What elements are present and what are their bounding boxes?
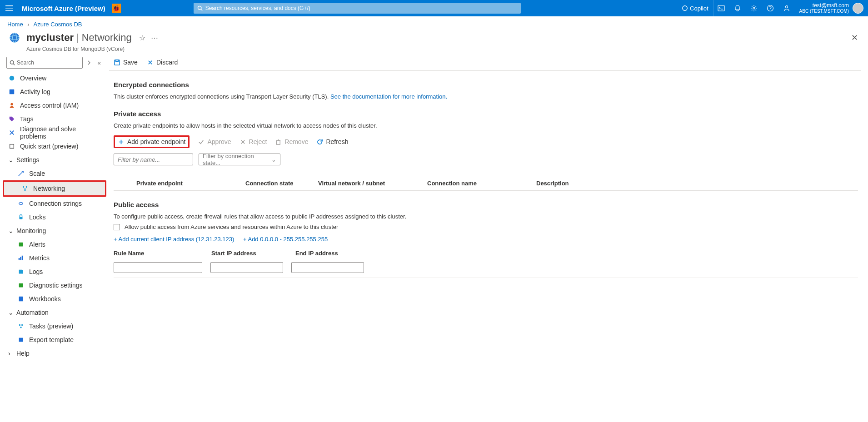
svg-point-13 xyxy=(10,61,14,65)
nav-group-label: Settings xyxy=(16,156,40,164)
filter-by-name-input[interactable]: Filter by name... xyxy=(114,154,193,165)
notifications-icon[interactable] xyxy=(729,0,746,16)
reject-button: Reject xyxy=(239,138,267,145)
nav-logs[interactable]: Logs xyxy=(0,265,109,278)
svg-rect-28 xyxy=(19,297,23,302)
export-icon xyxy=(17,336,25,343)
workbooks-icon xyxy=(17,295,25,303)
add-private-endpoint-button[interactable]: Add private endpoint xyxy=(115,137,188,147)
rule-name-input[interactable] xyxy=(114,262,202,273)
nav-label: Quick start (preview) xyxy=(20,143,78,150)
start-ip-input[interactable] xyxy=(210,262,283,273)
favorite-icon[interactable]: ☆ xyxy=(139,34,145,42)
svg-point-10 xyxy=(10,33,20,43)
account-text: test@msft.com ABC (TEST.MSFT.COM) xyxy=(799,3,849,14)
end-ip-input[interactable] xyxy=(291,262,364,273)
nav-group-monitoring[interactable]: ⌄Monitoring xyxy=(0,224,109,238)
nav-label: Alerts xyxy=(29,241,45,248)
global-search[interactable]: Search resources, services, and docs (G+… xyxy=(194,3,521,14)
svg-point-7 xyxy=(753,7,755,9)
brand-label[interactable]: Microsoft Azure (Preview) xyxy=(22,5,105,12)
nav-metrics[interactable]: Metrics xyxy=(0,251,109,265)
nav-alerts[interactable]: Alerts xyxy=(0,238,109,251)
nav-locks[interactable]: Locks xyxy=(0,210,109,224)
svg-point-17 xyxy=(10,103,13,105)
add-client-ip-link[interactable]: + Add current client IP address (12.31.2… xyxy=(114,236,234,243)
help-icon[interactable] xyxy=(762,0,778,16)
iam-icon xyxy=(8,102,15,109)
encrypted-text-content: This cluster enforces encrypted connecti… xyxy=(114,93,330,100)
menu-icon[interactable] xyxy=(0,0,18,16)
nav-activity-log[interactable]: Activity log xyxy=(0,85,109,99)
remove-button: Remove xyxy=(275,138,308,145)
svg-rect-33 xyxy=(115,60,120,65)
nav-label: Export template xyxy=(29,336,74,343)
svg-rect-25 xyxy=(20,257,21,260)
col-rule-name: Rule Name xyxy=(114,250,211,257)
allow-azure-services-checkbox[interactable]: Allow public access from Azure services … xyxy=(114,223,858,230)
nav-export-template[interactable]: Export template xyxy=(0,333,109,347)
nav-workbooks[interactable]: Workbooks xyxy=(0,292,109,306)
settings-icon[interactable] xyxy=(746,0,762,16)
feedback-icon[interactable] xyxy=(778,0,795,16)
private-heading: Private access xyxy=(114,110,858,118)
nav-tags[interactable]: Tags xyxy=(0,112,109,126)
nav-group-automation[interactable]: ⌄Automation xyxy=(0,306,109,319)
nav-label: Tasks (preview) xyxy=(29,323,73,330)
nav-diagnostic-settings[interactable]: Diagnostic settings xyxy=(0,278,109,292)
metrics-icon xyxy=(17,254,25,262)
refresh-label: Refresh xyxy=(326,138,348,145)
collapse-sidebar-icon[interactable]: « xyxy=(95,59,103,66)
nav-access-control[interactable]: Access control (IAM) xyxy=(0,99,109,112)
filter-by-state-select[interactable]: Filter by connection state... ⌄ xyxy=(199,154,280,165)
cloud-shell-icon[interactable] xyxy=(713,0,729,16)
filter-state-label: Filter by connection state... xyxy=(203,153,271,166)
close-icon[interactable]: ✕ xyxy=(851,33,858,43)
nav-networking[interactable]: Networking xyxy=(4,182,105,195)
discard-button[interactable]: Discard xyxy=(147,59,178,66)
svg-rect-1 xyxy=(5,8,13,9)
svg-point-30 xyxy=(21,324,23,326)
nav-overview[interactable]: Overview xyxy=(0,71,109,85)
copilot-button[interactable]: Copilot xyxy=(677,5,713,12)
account-menu[interactable]: test@msft.com ABC (TEST.MSFT.COM) xyxy=(795,3,868,14)
tasks-icon xyxy=(17,323,25,330)
nav-scale[interactable]: Scale xyxy=(0,167,109,180)
save-button[interactable]: Save xyxy=(114,59,138,66)
more-icon[interactable]: ⋯ xyxy=(151,34,158,42)
expand-collapse-icon[interactable] xyxy=(85,59,93,66)
nav-connection-strings[interactable]: Connection strings xyxy=(0,197,109,210)
svg-point-31 xyxy=(20,327,22,328)
title-separator: | xyxy=(76,32,79,44)
svg-point-5 xyxy=(683,6,688,11)
chevron-down-icon: ⌄ xyxy=(8,156,14,164)
sidebar-search[interactable]: Search xyxy=(6,57,83,69)
nav-quick-start[interactable]: Quick start (preview) xyxy=(0,139,109,153)
nav-tasks[interactable]: Tasks (preview) xyxy=(0,319,109,333)
add-full-range-link[interactable]: + Add 0.0.0.0 - 255.255.255.255 xyxy=(243,236,328,243)
reject-label: Reject xyxy=(249,138,267,145)
pe-table-header: Private endpoint Connection state Virtua… xyxy=(114,176,858,191)
svg-point-15 xyxy=(10,76,15,81)
save-label: Save xyxy=(123,59,138,66)
svg-rect-18 xyxy=(10,144,14,149)
svg-rect-0 xyxy=(5,5,13,6)
activity-log-icon xyxy=(8,88,15,95)
connection-strings-icon xyxy=(17,200,25,207)
nav-label: Scale xyxy=(29,170,45,177)
enc-doc-link[interactable]: See the documentation for more informati… xyxy=(330,93,447,100)
approve-button: Approve xyxy=(198,138,231,145)
breadcrumb-service[interactable]: Azure Cosmos DB xyxy=(34,21,82,28)
chevron-down-icon: ⌄ xyxy=(8,309,14,316)
nav-group-label: Monitoring xyxy=(16,227,46,234)
nav-diagnose[interactable]: Diagnose and solve problems xyxy=(0,126,109,139)
chevron-right-icon: › xyxy=(8,350,14,357)
preview-bug-icon[interactable]: 🐞 xyxy=(112,4,121,13)
breadcrumb-home[interactable]: Home xyxy=(7,21,23,28)
checkbox-icon[interactable] xyxy=(114,224,120,230)
svg-rect-24 xyxy=(19,258,20,260)
nav-help[interactable]: ›Help xyxy=(0,347,109,360)
breadcrumb-sep: › xyxy=(27,21,29,28)
nav-group-settings[interactable]: ⌄Settings xyxy=(0,153,109,167)
refresh-button[interactable]: Refresh xyxy=(316,138,348,145)
